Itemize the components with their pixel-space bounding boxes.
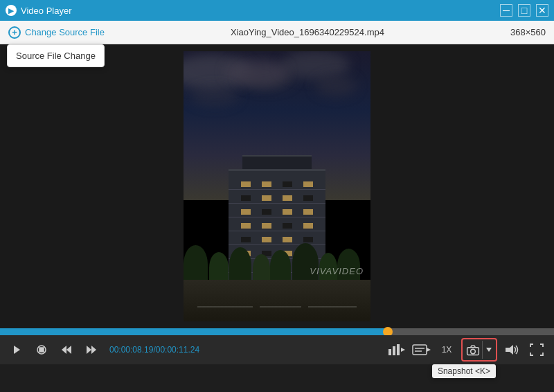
svg-marker-10 (401, 348, 405, 352)
snapshot-dropdown-arrow[interactable] (482, 341, 494, 359)
title-bar-left: ▶ Video Player (6, 5, 71, 16)
subtitle-button[interactable] (411, 339, 432, 360)
svg-marker-4 (66, 346, 71, 354)
snapshot-button[interactable]: Snapshot <K> (461, 338, 497, 362)
svg-marker-3 (62, 346, 66, 354)
svg-marker-14 (427, 348, 431, 352)
video-area: VIVAVIDEO (0, 44, 554, 328)
svg-rect-2 (39, 348, 44, 352)
video-frame: VIVAVIDEO (184, 51, 370, 321)
current-time: 00:00:08.19 (109, 345, 153, 355)
controls-bar: 00:00:08.19/00:00:11.24 (0, 335, 554, 364)
file-resolution: 368×560 (510, 27, 546, 37)
snapshot-tooltip: Snapshot <K> (432, 364, 496, 378)
svg-point-16 (471, 349, 476, 354)
svg-marker-18 (506, 345, 513, 355)
video-ground (184, 280, 370, 321)
title-bar-title: Video Player (21, 6, 71, 16)
progress-bar-fill (0, 328, 388, 335)
forward-button[interactable] (82, 340, 101, 359)
source-tooltip-text: Source File Change (16, 51, 96, 61)
svg-marker-0 (14, 346, 20, 354)
play-button[interactable] (7, 340, 26, 359)
volume-button[interactable] (501, 339, 522, 360)
svg-marker-6 (91, 346, 96, 354)
controls-right: 1X Snapshot <K> (386, 338, 547, 362)
top-bar: + Change Source File XiaoYing_Video_1696… (0, 21, 554, 44)
maximize-button[interactable]: □ (518, 4, 530, 17)
speed-label: 1X (439, 344, 455, 356)
change-source-label: Change Source File (25, 27, 105, 37)
speed-button[interactable]: 1X (436, 339, 457, 360)
progress-bar[interactable] (0, 328, 554, 335)
video-trees (184, 243, 370, 283)
change-source-button[interactable]: + Change Source File (8, 26, 105, 39)
app-icon: ▶ (6, 5, 17, 16)
total-time: 00:00:11.24 (156, 345, 199, 355)
title-bar: ▶ Video Player ─ □ ✕ (0, 0, 554, 21)
source-tooltip: Source File Change (7, 44, 105, 67)
svg-marker-17 (486, 348, 492, 352)
change-source-icon: + (8, 26, 21, 39)
minimize-button[interactable]: ─ (500, 4, 512, 17)
svg-rect-8 (393, 346, 395, 355)
close-button[interactable]: ✕ (536, 4, 548, 17)
watermark: VIVAVIDEO (310, 266, 364, 276)
title-bar-controls: ─ □ ✕ (500, 4, 548, 17)
svg-marker-5 (87, 346, 91, 354)
fullscreen-button[interactable] (526, 339, 547, 360)
time-display: 00:00:08.19/00:00:11.24 (109, 345, 199, 355)
svg-rect-7 (388, 349, 391, 355)
svg-rect-11 (413, 345, 427, 355)
stats-button[interactable] (386, 339, 407, 360)
rewind-button[interactable] (57, 340, 76, 359)
snapshot-camera-icon (464, 341, 482, 359)
file-name: XiaoYing_Video_1696340229524.mp4 (231, 27, 384, 37)
stop-button[interactable] (32, 340, 51, 359)
